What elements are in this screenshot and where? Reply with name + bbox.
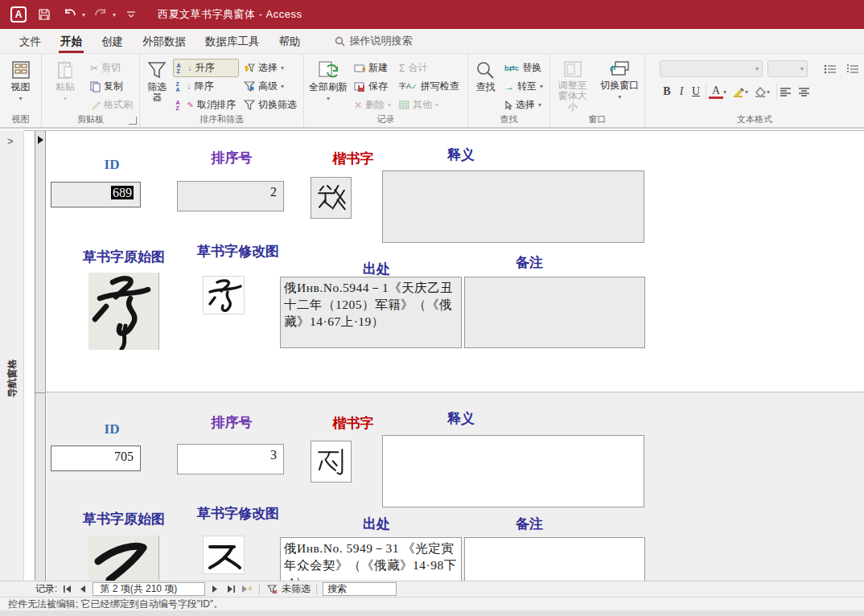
note-field[interactable] xyxy=(464,277,645,348)
group-label-sort-filter: 排序和筛选 xyxy=(140,113,303,125)
undo-icon[interactable] xyxy=(60,4,80,25)
replace-icon: b⇄c xyxy=(504,64,519,72)
new-record-icon xyxy=(241,585,253,593)
switch-windows-button[interactable]: 切换窗口 ▾ xyxy=(599,57,641,115)
tab-help[interactable]: 帮助 xyxy=(271,30,309,53)
order-field[interactable]: 2 xyxy=(177,181,284,211)
remove-sort-button[interactable]: AZ✎ 取消排序 xyxy=(173,96,239,114)
highlight-pen-icon[interactable] xyxy=(733,87,745,97)
tab-home[interactable]: 开始 xyxy=(52,30,90,53)
goto-button[interactable]: → 转至 ▾ xyxy=(501,77,546,96)
window-bottom-edge xyxy=(0,610,864,616)
meaning-field[interactable] xyxy=(382,435,644,507)
font-size-combo[interactable]: ▾ xyxy=(767,60,808,77)
meaning-field[interactable] xyxy=(382,170,644,243)
navigation-pane-collapsed[interactable]: > 导航窗格 xyxy=(0,130,24,581)
redo-dropdown-icon[interactable]: ▾ xyxy=(113,11,116,18)
access-app-icon[interactable]: A xyxy=(8,4,29,25)
source-field[interactable]: 俄Инв.No.5944－1《天庆乙丑十二年（1205）军籍》（《俄藏》14·6… xyxy=(280,277,462,348)
record-position-box[interactable]: 第 2 项(共 210 项) xyxy=(93,582,205,596)
paste-button[interactable]: 粘贴 ▾ xyxy=(45,57,85,115)
record-search-input[interactable]: 搜索 xyxy=(323,582,397,596)
order-field[interactable]: 3 xyxy=(177,444,284,474)
field-label-note: 备注 xyxy=(505,515,553,533)
scissors-icon: ✂ xyxy=(90,63,98,74)
new-record-button[interactable]: 新建 xyxy=(351,59,394,77)
first-record-button[interactable] xyxy=(60,583,73,596)
align-left-icon[interactable] xyxy=(780,88,792,97)
filter-indicator-icon[interactable] xyxy=(265,583,278,596)
filter-button[interactable]: 筛选器 xyxy=(143,57,171,115)
selection-filter-button[interactable]: 选择 ▾ xyxy=(241,59,300,77)
group-label-clipboard: 剪贴板 xyxy=(42,113,139,125)
goto-arrow-icon: → xyxy=(504,81,514,92)
font-color-button[interactable]: A xyxy=(709,85,723,99)
size-to-fit-form-button[interactable]: 调整至 窗体大小 xyxy=(553,57,592,115)
toggle-filter-button[interactable]: 切换筛选 xyxy=(241,96,300,114)
cursive-original-image[interactable] xyxy=(88,536,159,581)
tell-me-search[interactable]: 操作说明搜索 xyxy=(335,34,413,48)
save-icon[interactable] xyxy=(34,4,55,25)
delete-record-button[interactable]: ✕ 删除 ▾ xyxy=(351,96,394,114)
first-record-icon xyxy=(63,585,72,593)
magnifier-icon xyxy=(475,60,496,80)
note-field[interactable] xyxy=(464,537,645,581)
last-record-button[interactable] xyxy=(224,583,237,596)
group-label-window: 窗口 xyxy=(550,113,644,125)
redo-icon[interactable] xyxy=(90,4,111,25)
fill-color-icon[interactable] xyxy=(755,87,767,97)
id-field[interactable]: 689 xyxy=(51,182,141,207)
cursive-modified-image[interactable] xyxy=(203,276,245,314)
align-center-icon[interactable] xyxy=(798,88,810,97)
id-field[interactable]: 705 xyxy=(51,446,141,471)
previous-record-button[interactable] xyxy=(76,583,89,596)
sort-ascending-button[interactable]: AZ↓ 升序 xyxy=(173,59,239,77)
customize-quick-access-icon[interactable] xyxy=(121,4,142,25)
field-label-note: 备注 xyxy=(505,253,553,272)
expand-nav-pane-icon[interactable]: > xyxy=(7,135,14,147)
cursive-original-image[interactable] xyxy=(88,273,159,350)
tab-file[interactable]: 文件 xyxy=(11,30,49,53)
record-selector-bar[interactable] xyxy=(35,131,46,581)
copy-button[interactable]: 复制 xyxy=(87,77,136,96)
format-painter-button[interactable]: 格式刷 xyxy=(87,96,136,114)
font-name-combo[interactable]: ▾ xyxy=(660,60,763,77)
cut-button[interactable]: ✂ 剪切 xyxy=(87,59,136,77)
spelling-button[interactable]: 字A✓ 拼写检查 xyxy=(396,77,463,96)
save-record-button[interactable]: 保存 xyxy=(351,77,394,96)
underline-button[interactable]: U xyxy=(689,85,703,98)
advanced-filter-button[interactable]: 高级 ▾ xyxy=(241,77,300,96)
ribbon-group-records: 全部刷新 ▾ 新建 保存 xyxy=(304,54,468,127)
sort-descending-button[interactable]: ZA↓ 降序 xyxy=(173,77,239,96)
filter-state-label[interactable]: 未筛选 xyxy=(282,582,311,596)
bullet-list-icon[interactable] xyxy=(824,64,837,74)
source-field[interactable]: 俄Инв.No. 5949－31 《光定寅年众会契》（《俄藏》14·98下·1） xyxy=(280,537,462,581)
new-blank-record-button[interactable] xyxy=(241,583,253,596)
tab-external-data[interactable]: 外部数据 xyxy=(134,30,194,53)
field-label-order: 排序号 xyxy=(175,149,288,167)
kaishu-glyph-box[interactable] xyxy=(311,177,352,219)
group-label-records: 记录 xyxy=(304,113,467,125)
form-view-icon xyxy=(11,60,31,80)
sigma-icon: Σ xyxy=(399,63,405,74)
find-button[interactable]: 查找 xyxy=(471,57,500,115)
more-button[interactable]: 其他 ▾ xyxy=(396,96,463,114)
toggle-funnel-icon xyxy=(244,100,255,110)
select-button[interactable]: 选择 ▾ xyxy=(501,96,546,114)
replace-button[interactable]: b⇄c 替换 xyxy=(501,59,546,77)
tab-create[interactable]: 创建 xyxy=(93,30,131,53)
bold-button[interactable]: B xyxy=(660,85,674,98)
refresh-all-button[interactable]: 全部刷新 ▾ xyxy=(307,57,349,115)
view-button[interactable]: 视图 ▾ xyxy=(3,57,38,115)
italic-button[interactable]: I xyxy=(674,85,689,98)
workspace: > 导航窗格 ID 排序号 楷书字 释义 689 2 xyxy=(0,130,864,581)
numbered-list-icon[interactable] xyxy=(846,64,859,74)
record-section-1: ID 排序号 楷书字 释义 689 2 草书字原始图 草书字修改图 出处 xyxy=(47,131,864,392)
undo-dropdown-icon[interactable]: ▾ xyxy=(82,11,85,18)
tab-database-tools[interactable]: 数据库工具 xyxy=(197,30,268,53)
next-record-button[interactable] xyxy=(208,583,221,596)
kaishu-glyph-box[interactable] xyxy=(311,441,352,483)
cursive-modified-image[interactable] xyxy=(203,536,245,574)
totals-button[interactable]: Σ 合计 xyxy=(396,59,463,77)
record-navigation-bar: 记录: 第 2 项(共 210 项) 未筛选 搜索 xyxy=(0,581,864,597)
